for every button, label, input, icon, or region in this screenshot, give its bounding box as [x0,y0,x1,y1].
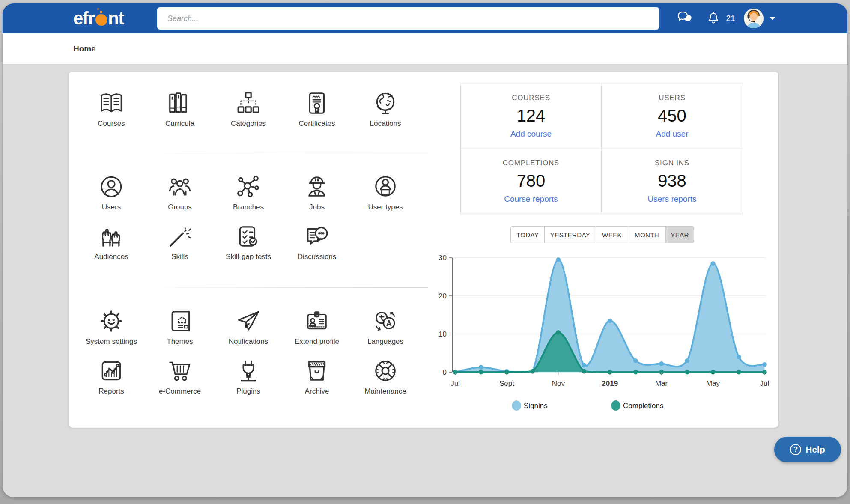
extend-profile-icon [304,308,330,334]
stat-card-courses: COURSES 124 Add course [461,84,602,149]
tab-today[interactable]: TODAY [511,227,544,243]
menu-item-themes[interactable]: Themes [146,308,214,346]
menu-item-skills[interactable]: Skills [146,223,214,261]
x-axis-label: 2019 [602,379,618,388]
menu-item-label: e-Commerce [159,387,201,396]
stat-value: 450 [658,106,686,125]
notification-count[interactable]: 21 [722,3,739,33]
tab-week[interactable]: WEEK [596,227,628,243]
efront-logo[interactable]: efrnt [73,3,124,33]
breadcrumb[interactable]: Home [73,44,96,54]
menu-item-label: Plugins [236,387,260,396]
signins-point [608,318,612,323]
tab-month[interactable]: MONTH [628,227,665,243]
menu-item-languages[interactable]: Languages [351,308,420,346]
menu-item-maintenance[interactable]: Maintenance [351,358,420,396]
signins-area [455,259,764,372]
menu-item-notifications[interactable]: Notifications [214,308,283,346]
themes-icon [167,308,193,334]
menu-item-locations[interactable]: Locations [351,90,420,128]
e-commerce-icon [167,358,193,384]
bell-icon [707,10,720,27]
menu-item-e-commerce[interactable]: e-Commerce [146,358,214,396]
menu-item-categories[interactable]: Categories [214,90,283,128]
messages-button[interactable] [676,3,695,33]
menu-item-label: Archive [305,387,329,396]
discussions-icon [304,223,330,250]
logo-text-pre: efr [73,8,94,29]
y-axis-label: 20 [438,292,447,300]
groups-icon [167,173,193,200]
menu-row: Courses Curricula Categories Certificate… [77,90,424,128]
x-axis-label: Jul [760,379,769,388]
y-axis-label: 10 [438,330,447,338]
menu-item-jobs[interactable]: Jobs [283,173,351,212]
signins-point [737,355,741,359]
completions-point [685,370,689,375]
avatar-dropdown-caret[interactable] [768,3,777,33]
menu-item-discussions[interactable]: Discussions [283,223,351,261]
menu-item-skill-gap-tests[interactable]: Skill-gap tests [214,223,283,261]
legend-swatch-completions [611,400,620,411]
menu-row: Reports e-Commerce Plugins Archive Maint… [77,358,424,396]
menu-item-system-settings[interactable]: System settings [77,308,146,346]
curricula-icon [167,90,193,116]
menu-item-label: Groups [168,203,192,212]
menu-item-label: Maintenance [364,387,406,396]
locations-icon [372,90,399,116]
user-avatar[interactable] [743,3,764,33]
menu-item-user-types[interactable]: User types [351,173,420,212]
stat-value: 124 [517,106,546,125]
signins-point [685,358,689,363]
stat-value: 938 [658,171,686,191]
menu-item-label: Themes [167,337,193,346]
x-axis-label: Jul [450,379,460,388]
stat-link[interactable]: Add course [510,129,552,139]
avatar-image [744,9,764,28]
notifications-button[interactable] [706,3,721,33]
reports-icon [98,358,125,384]
legend-label-completions: Completions [623,402,664,410]
time-range-tabs: TODAY YESTERDAY WEEK MONTH YEAR [510,226,694,243]
menu-item-groups[interactable]: Groups [146,173,214,212]
tab-year[interactable]: YEAR [665,227,694,243]
users-icon [98,173,125,200]
courses-icon [98,90,125,116]
stat-link[interactable]: Users reports [647,194,696,204]
breadcrumb-bar: Home [3,33,847,64]
menu-item-users[interactable]: Users [77,173,146,212]
branches-icon [235,173,262,200]
search-input[interactable] [157,7,659,30]
x-axis-label: Sept [499,379,514,388]
notifications-icon [235,308,262,334]
activity-chart: 0102030JulSeptNov2019MarMayJulSigninsCom… [428,251,775,422]
legend-label-signins: Signins [524,402,548,410]
menu-item-courses[interactable]: Courses [77,90,146,128]
menu-section-divider [163,154,428,154]
menu-item-archive[interactable]: Archive [283,358,351,396]
signins-point [556,257,561,262]
certificates-icon [304,90,330,116]
menu-item-label: Audiences [94,253,128,261]
help-button[interactable]: ? Help [774,437,841,462]
stat-link[interactable]: Course reports [504,194,558,204]
stat-label: COURSES [512,94,550,102]
menu-item-label: Locations [370,119,401,128]
menu-item-certificates[interactable]: Certificates [283,90,351,128]
menu-item-label: System settings [86,337,137,346]
menu-item-extend-profile[interactable]: Extend profile [283,308,351,346]
menu-item-label: Curricula [165,119,194,128]
menu-item-label: Users [102,203,121,212]
menu-item-branches[interactable]: Branches [214,173,283,212]
stat-link[interactable]: Add user [656,129,688,139]
x-axis-label: May [706,379,720,388]
archive-icon [304,358,330,384]
menu-item-audiences[interactable]: Audiences [77,223,146,261]
menu-row: Users Groups Branches Jobs User types [77,173,424,212]
menu-item-reports[interactable]: Reports [77,358,146,396]
completions-point [479,370,483,375]
tab-yesterday[interactable]: YESTERDAY [544,227,596,243]
system-settings-icon [98,308,125,334]
menu-item-plugins[interactable]: Plugins [214,358,283,396]
menu-item-curricula[interactable]: Curricula [146,90,214,128]
